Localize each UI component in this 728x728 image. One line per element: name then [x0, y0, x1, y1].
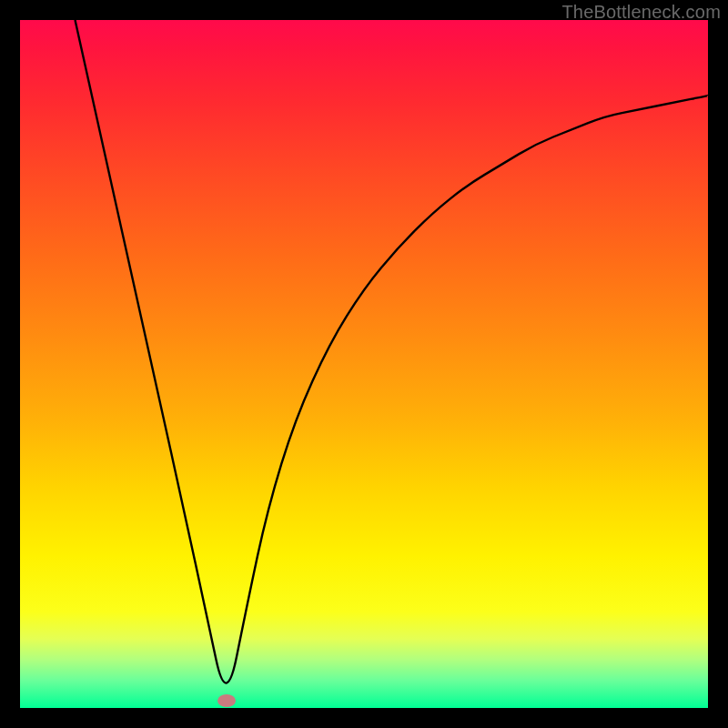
chart-svg	[20, 20, 708, 708]
optimal-point-marker	[217, 694, 236, 707]
bottleneck-curve-path	[76, 20, 709, 683]
plot-area	[20, 20, 708, 708]
